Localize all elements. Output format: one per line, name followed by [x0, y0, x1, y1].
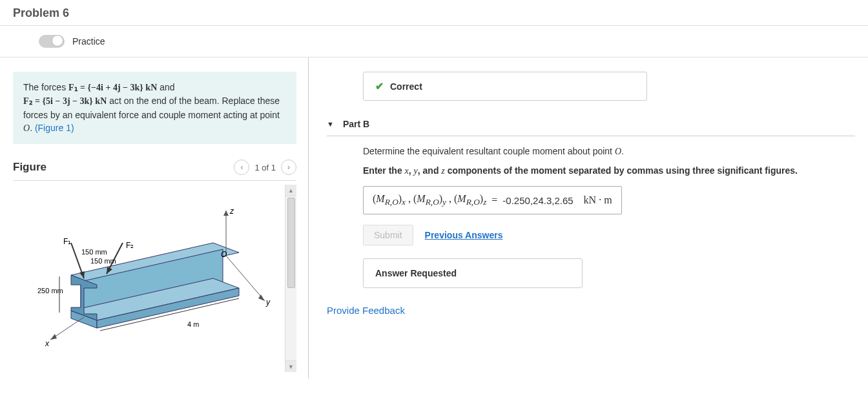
ps-prefix: The forces [23, 82, 68, 92]
left-column: The forces F₁ = {−4i + 4j − 3k} kN and F… [0, 57, 309, 378]
origin-label: O [221, 250, 227, 259]
next-figure-button[interactable]: › [281, 160, 296, 175]
figure-page: 1 of 1 [254, 163, 276, 172]
y-axis-arrow-icon [258, 295, 265, 301]
check-icon: ✔ [375, 80, 384, 92]
practice-toggle[interactable] [39, 35, 65, 48]
problem-title: Problem 6 [13, 6, 855, 20]
ps-f2: F₂ = {5i − 3j − 3k} kN [23, 96, 107, 106]
dim-150b: 150 mm [90, 257, 116, 265]
y-axis-label: y [265, 298, 271, 307]
dim-150a: 150 mm [81, 248, 107, 256]
answer-requested-label: Answer Requested [375, 268, 457, 278]
answer-display: (MR,O)x , (MR,O)y , (MR,O)z = -0.250,24.… [363, 186, 622, 214]
caret-down-icon: ▼ [327, 120, 334, 128]
problem-statement: The forces F₁ = {−4i + 4j − 3k} kN and F… [13, 72, 296, 144]
f2-label: F₂ [126, 241, 134, 250]
answer-lhs: (MR,O)x , (MR,O)y , (MR,O)z [373, 193, 486, 207]
x-axis-label: x [45, 339, 50, 348]
figure-canvas: z y x O F₁ F₂ 150 m [13, 185, 285, 372]
scroll-down-icon[interactable]: ▼ [285, 360, 296, 372]
submit-button[interactable]: Submit [363, 225, 413, 245]
figure-pager: ‹ 1 of 1 › [234, 160, 296, 175]
toggle-knob [52, 35, 63, 47]
dim-4m: 4 m [187, 320, 199, 328]
part-b-title: Part B [343, 119, 369, 129]
problem-header: Problem 6 [0, 0, 868, 26]
part-b-instructions: Enter the x, y, and z components of the … [363, 165, 855, 178]
ps-mid1: and [160, 82, 174, 92]
figure-link[interactable]: (Figure 1) [35, 123, 74, 133]
f1-label: F₁ [63, 237, 71, 246]
figure-scrollbar[interactable]: ▲ ▼ [285, 185, 296, 372]
scroll-up-icon[interactable]: ▲ [285, 185, 296, 196]
beam-diagram: z y x O F₁ F₂ 150 m [19, 191, 278, 359]
figure-title: Figure [13, 161, 46, 174]
right-column: ✔ Correct ▼ Part B Determine the equival… [309, 57, 868, 378]
part-b-description: Determine the equivalent resultant coupl… [363, 145, 855, 158]
answer-value: -0.250,24.3,2.65 [502, 195, 573, 206]
prev-figure-button[interactable]: ‹ [234, 160, 249, 175]
practice-row: Practice [0, 26, 868, 57]
scroll-thumb[interactable] [287, 198, 295, 288]
answer-requested-box: Answer Requested [363, 258, 583, 288]
correct-status: ✔ Correct [363, 72, 647, 101]
ps-O: O [23, 123, 30, 133]
part-b-header[interactable]: ▼ Part B [327, 115, 855, 136]
figure-head: Figure ‹ 1 of 1 › [13, 160, 296, 181]
provide-feedback-link[interactable]: Provide Feedback [327, 305, 855, 316]
practice-label: Practice [72, 36, 105, 47]
z-axis-label: z [229, 207, 234, 216]
previous-answers-link[interactable]: Previous Answers [425, 230, 503, 240]
correct-label: Correct [390, 81, 422, 92]
answer-unit: kN · m [584, 194, 612, 206]
z-axis-arrow-icon [223, 211, 229, 216]
ps-suffix: . [30, 123, 35, 133]
ps-f1: F₁ = {−4i + 4j − 3k} kN [68, 83, 157, 92]
x-axis-arrow-icon [50, 334, 57, 340]
